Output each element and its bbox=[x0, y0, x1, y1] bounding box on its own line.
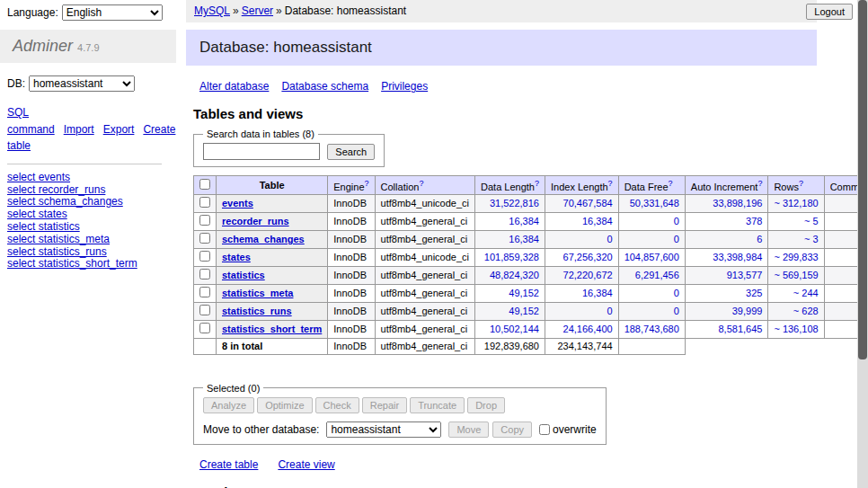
header-engine[interactable]: Engine? bbox=[328, 176, 375, 195]
rows-count-link[interactable]: ~ 136,108 bbox=[774, 324, 818, 334]
table-name-link[interactable]: statistics_runs bbox=[222, 306, 292, 316]
row-checkbox[interactable] bbox=[199, 233, 210, 244]
sidebar-select-statistics[interactable]: select statistics bbox=[7, 220, 80, 233]
help-icon[interactable]: ? bbox=[419, 179, 423, 188]
header-collation[interactable]: Collation? bbox=[375, 176, 474, 195]
search-button[interactable]: Search bbox=[327, 144, 375, 160]
header-auto-increment[interactable]: Auto Increment? bbox=[685, 176, 768, 195]
header-index-length[interactable]: Index Length? bbox=[545, 176, 618, 195]
move-button[interactable]: Move bbox=[448, 421, 489, 438]
data-length-link[interactable]: 48,824,320 bbox=[490, 270, 539, 280]
data-length-link[interactable]: 16,384 bbox=[509, 234, 539, 244]
index-length-link[interactable]: 24,166,400 bbox=[563, 324, 613, 334]
row-checkbox[interactable] bbox=[199, 305, 210, 315]
rows-count-link[interactable]: ~ 244 bbox=[793, 288, 819, 298]
data-length-link[interactable]: 49,152 bbox=[509, 306, 539, 316]
help-icon[interactable]: ? bbox=[608, 179, 613, 188]
repair-button[interactable]: Repair bbox=[362, 397, 407, 413]
data-length-link[interactable]: 10,502,144 bbox=[490, 324, 539, 334]
sidebar-select-statistics-short-term[interactable]: select statistics_short_term bbox=[7, 257, 137, 270]
sidebar-link-export[interactable]: Export bbox=[103, 123, 135, 136]
vertical-scrollbar[interactable] bbox=[857, 0, 868, 488]
breadcrumb-link-server[interactable]: Server bbox=[242, 4, 273, 17]
row-checkbox[interactable] bbox=[199, 215, 210, 226]
rows-count-link[interactable]: ~ 628 bbox=[793, 306, 819, 316]
move-database-select[interactable]: homeassistant bbox=[326, 421, 441, 438]
row-checkbox[interactable] bbox=[199, 251, 210, 262]
row-checkbox[interactable] bbox=[199, 269, 210, 279]
drop-button[interactable]: Drop bbox=[467, 397, 505, 413]
sidebar-link-sql-command[interactable]: SQL command bbox=[7, 106, 55, 136]
table-name-link[interactable]: statistics_short_term bbox=[222, 324, 322, 334]
search-input[interactable] bbox=[203, 143, 320, 160]
auto-increment-link[interactable]: 33,398,984 bbox=[713, 252, 762, 262]
row-checkbox[interactable] bbox=[199, 287, 210, 297]
data-free-link[interactable]: 0 bbox=[674, 216, 679, 226]
auto-increment-link[interactable]: 39,999 bbox=[732, 306, 763, 316]
index-length-link[interactable]: 70,467,584 bbox=[563, 198, 613, 209]
data-free-link[interactable]: 50,331,648 bbox=[630, 198, 679, 209]
auto-increment-link[interactable]: 378 bbox=[746, 216, 762, 226]
privileges-link[interactable]: Privileges bbox=[381, 80, 428, 93]
language-select[interactable]: English bbox=[62, 4, 163, 21]
data-free-link[interactable]: 188,743,680 bbox=[624, 324, 679, 334]
header-data-free[interactable]: Data Free? bbox=[618, 176, 685, 195]
auto-increment-link[interactable]: 325 bbox=[746, 288, 762, 298]
sidebar-select-recorder-runs[interactable]: select recorder_runs bbox=[7, 183, 105, 196]
sidebar-select-statistics-runs[interactable]: select statistics_runs bbox=[7, 245, 107, 258]
table-name-link[interactable]: recorder_runs bbox=[222, 216, 289, 226]
auto-increment-link[interactable]: 33,898,196 bbox=[713, 198, 762, 209]
auto-increment-link[interactable]: 913,577 bbox=[727, 270, 763, 280]
table-name-link[interactable]: statistics_meta bbox=[222, 288, 294, 298]
help-icon[interactable]: ? bbox=[535, 179, 539, 188]
row-checkbox[interactable] bbox=[199, 323, 210, 333]
create-view-link[interactable]: Create view bbox=[278, 458, 334, 471]
rows-count-link[interactable]: ~ 5 bbox=[804, 216, 819, 226]
row-checkbox[interactable] bbox=[199, 197, 210, 208]
rows-count-link[interactable]: ~ 3 bbox=[804, 234, 819, 244]
index-length-link[interactable]: 16,384 bbox=[582, 216, 613, 226]
rows-count-link[interactable]: ~ 299,833 bbox=[774, 252, 818, 262]
database-schema-link[interactable]: Database schema bbox=[281, 80, 368, 93]
table-name-link[interactable]: statistics bbox=[222, 270, 265, 280]
header-rows[interactable]: Rows? bbox=[768, 176, 824, 195]
data-free-link[interactable]: 0 bbox=[674, 288, 679, 298]
overwrite-checkbox[interactable] bbox=[539, 424, 550, 435]
create-table-link[interactable]: Create table bbox=[199, 458, 258, 471]
rows-count-link[interactable]: ~ 569,159 bbox=[774, 270, 818, 280]
index-length-link[interactable]: 0 bbox=[607, 306, 613, 316]
data-length-link[interactable]: 49,152 bbox=[509, 288, 539, 298]
index-length-link[interactable]: 72,220,672 bbox=[563, 270, 613, 280]
data-length-link[interactable]: 101,859,328 bbox=[484, 252, 539, 262]
auto-increment-link[interactable]: 6 bbox=[757, 234, 762, 244]
table-name-link[interactable]: schema_changes bbox=[222, 234, 305, 244]
data-length-link[interactable]: 16,384 bbox=[509, 216, 539, 226]
sidebar-select-schema-changes[interactable]: select schema_changes bbox=[7, 195, 123, 208]
data-free-link[interactable]: 0 bbox=[674, 234, 679, 244]
data-free-link[interactable]: 0 bbox=[674, 306, 679, 316]
logout-button[interactable]: Logout bbox=[806, 4, 853, 20]
auto-increment-link[interactable]: 8,581,645 bbox=[718, 324, 762, 334]
scrollbar-thumb[interactable] bbox=[858, 0, 867, 359]
select-all-checkbox[interactable] bbox=[199, 179, 210, 190]
check-button[interactable]: Check bbox=[315, 397, 359, 413]
sidebar-link-import[interactable]: Import bbox=[64, 123, 94, 136]
sidebar-select-states[interactable]: select states bbox=[7, 208, 67, 220]
rows-count-link[interactable]: ~ 312,180 bbox=[774, 198, 818, 209]
truncate-button[interactable]: Truncate bbox=[410, 397, 465, 413]
optimize-button[interactable]: Optimize bbox=[257, 397, 312, 413]
analyze-button[interactable]: Analyze bbox=[203, 397, 254, 413]
sidebar-select-statistics-meta[interactable]: select statistics_meta bbox=[7, 233, 110, 245]
index-length-link[interactable]: 0 bbox=[607, 234, 613, 244]
breadcrumb-link-mysql[interactable]: MySQL bbox=[194, 4, 230, 17]
sidebar-select-events[interactable]: select events bbox=[7, 171, 70, 183]
copy-button[interactable]: Copy bbox=[492, 421, 532, 438]
help-icon[interactable]: ? bbox=[365, 179, 369, 188]
index-length-link[interactable]: 16,384 bbox=[582, 288, 613, 298]
help-icon[interactable]: ? bbox=[757, 179, 762, 188]
help-icon[interactable]: ? bbox=[669, 179, 673, 188]
data-free-link[interactable]: 6,291,456 bbox=[635, 270, 679, 280]
index-length-link[interactable]: 67,256,320 bbox=[563, 252, 613, 262]
alter-database-link[interactable]: Alter database bbox=[199, 80, 269, 93]
data-length-link[interactable]: 31,522,816 bbox=[490, 198, 539, 209]
